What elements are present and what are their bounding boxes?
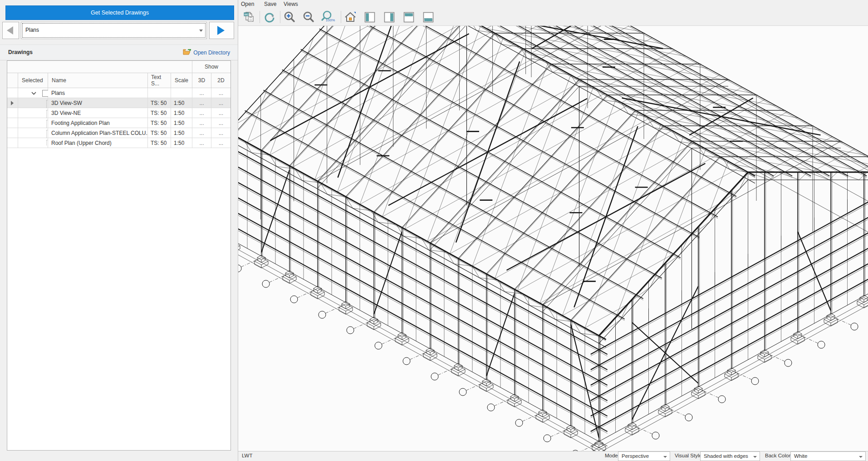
grid-bubble bbox=[347, 327, 354, 334]
dock-right-icon bbox=[382, 10, 397, 25]
back-color-label: Back Color bbox=[765, 453, 790, 458]
show-3d-cell[interactable]: ... bbox=[192, 108, 211, 118]
drawing-set-value: Plans bbox=[25, 27, 39, 33]
show-2d-cell[interactable]: ... bbox=[211, 118, 230, 128]
row-name: 3D View-SW bbox=[51, 100, 82, 106]
col-header-name[interactable]: Name bbox=[48, 73, 148, 88]
viewer-region: Open Save Views IMG bbox=[238, 0, 868, 461]
zoom-out-button[interactable] bbox=[302, 10, 316, 25]
open-folder-icon bbox=[183, 49, 191, 55]
col-header-2d[interactable]: 2D bbox=[211, 73, 230, 88]
show-2d-cell[interactable]: ... bbox=[211, 138, 230, 148]
dock-bottom-button[interactable] bbox=[421, 10, 436, 25]
toolbar-separator bbox=[280, 11, 280, 23]
col-header-text-size[interactable]: Text S... bbox=[148, 73, 171, 88]
zoom-in-button[interactable] bbox=[283, 10, 297, 25]
show-3d-cell[interactable]: ... bbox=[192, 98, 211, 108]
table-row[interactable]: 3D View-SW TS: 50 1:50 ... ... bbox=[7, 98, 230, 108]
toolbar-separator bbox=[341, 11, 341, 23]
toolbar: IMG bbox=[238, 9, 868, 26]
show-2d-cell[interactable]: ... bbox=[211, 88, 230, 98]
home-view-button[interactable] bbox=[343, 10, 358, 25]
drawings-panel: Get Selected Drawings Plans Drawings Ope… bbox=[0, 0, 238, 461]
svg-text:IMG: IMG bbox=[244, 13, 249, 16]
3d-viewport[interactable] bbox=[238, 26, 868, 451]
show-3d-cell[interactable]: ... bbox=[192, 88, 211, 98]
table-row[interactable]: Roof Plan (Upper Chord) TS: 50 1:50 ... … bbox=[7, 138, 230, 148]
dock-top-button[interactable] bbox=[402, 10, 416, 25]
visual-style-label: Visual Style bbox=[675, 453, 702, 458]
dock-left-button[interactable] bbox=[363, 10, 377, 25]
grid-bubble bbox=[515, 419, 523, 426]
table-row[interactable]: Column Application Plan-STEEL COLU... TS… bbox=[7, 128, 230, 138]
chevron-down-icon bbox=[663, 456, 667, 458]
table-row[interactable]: 3D View-NE TS: 50 1:50 ... ... bbox=[7, 108, 230, 118]
drawings-header: Drawings Open Directory bbox=[0, 45, 238, 60]
row-name: Plans bbox=[51, 90, 65, 96]
col-header-scale[interactable]: Scale bbox=[171, 73, 192, 88]
zoom-in-icon bbox=[283, 10, 297, 25]
mode-label: Mode bbox=[605, 453, 618, 458]
col-header-indicator bbox=[7, 73, 18, 88]
drawings-grid: Show Selected Name Text S... Scale 3D 2D… bbox=[7, 60, 231, 451]
mode-select[interactable]: Perspective bbox=[618, 451, 670, 461]
show-3d-cell[interactable]: ... bbox=[192, 138, 211, 148]
drawings-title: Drawings bbox=[8, 49, 33, 55]
expander-chevron-icon[interactable] bbox=[31, 92, 36, 95]
refresh-icon bbox=[262, 10, 277, 25]
save-image-button[interactable]: IMG bbox=[242, 10, 256, 25]
zoom-out-icon bbox=[302, 10, 316, 25]
group-header-blank bbox=[7, 61, 192, 73]
back-button[interactable] bbox=[2, 22, 19, 39]
grid-bubble bbox=[544, 435, 551, 442]
table-row[interactable]: Plans ... ... bbox=[7, 88, 230, 98]
row-name: 3D View-NE bbox=[51, 110, 81, 116]
svg-text:100%: 100% bbox=[326, 18, 335, 22]
menubar: Open Save Views bbox=[238, 0, 868, 9]
col-header-3d[interactable]: 3D bbox=[192, 73, 211, 88]
visual-style-select[interactable]: Shaded with edges bbox=[700, 451, 760, 461]
zoom-100-button[interactable]: 100% bbox=[321, 10, 335, 25]
grid-bubble bbox=[818, 341, 825, 348]
dock-bottom-icon bbox=[421, 10, 436, 25]
steel-structure-wireframe bbox=[238, 26, 868, 451]
show-3d-cell[interactable]: ... bbox=[192, 128, 211, 138]
col-header-selected[interactable]: Selected bbox=[18, 73, 48, 88]
go-button[interactable] bbox=[209, 22, 234, 39]
chevron-down-icon bbox=[859, 456, 863, 458]
grid-bubble bbox=[403, 357, 410, 365]
get-selected-drawings-button[interactable]: Get Selected Drawings bbox=[5, 5, 234, 20]
play-icon bbox=[217, 26, 225, 35]
menu-open[interactable]: Open bbox=[241, 1, 254, 7]
grid-bubble bbox=[785, 359, 792, 367]
grid-bubble bbox=[290, 296, 298, 303]
dock-top-icon bbox=[402, 10, 416, 25]
lwt-label[interactable]: LWT bbox=[242, 453, 252, 458]
chevron-down-icon bbox=[753, 456, 757, 458]
save-image-icon: IMG bbox=[242, 10, 256, 25]
grid-bubble bbox=[375, 342, 382, 349]
refresh-button[interactable] bbox=[262, 10, 277, 25]
dock-left-icon bbox=[363, 10, 377, 25]
application-window: Get Selected Drawings Plans Drawings Ope… bbox=[0, 0, 868, 461]
back-color-select[interactable]: White bbox=[790, 451, 866, 461]
show-3d-cell[interactable]: ... bbox=[192, 118, 211, 128]
drawing-set-combobox[interactable]: Plans bbox=[21, 22, 207, 39]
table-row[interactable]: Footing Application Plan TS: 50 1:50 ...… bbox=[7, 118, 230, 128]
row-indicator-icon bbox=[11, 101, 14, 105]
show-2d-cell[interactable]: ... bbox=[211, 108, 230, 118]
show-2d-cell[interactable]: ... bbox=[211, 98, 230, 108]
grid-bubble bbox=[652, 432, 659, 439]
menu-views[interactable]: Views bbox=[284, 1, 298, 7]
dock-right-button[interactable] bbox=[382, 10, 397, 25]
toolbar-separator bbox=[260, 11, 260, 23]
row-name: Roof Plan (Upper Chord) bbox=[51, 140, 112, 146]
home-icon bbox=[343, 10, 358, 25]
row-name: Footing Application Plan bbox=[51, 120, 110, 126]
grid-bubble bbox=[685, 414, 692, 421]
grid-bubble bbox=[431, 373, 438, 380]
show-2d-cell[interactable]: ... bbox=[211, 128, 230, 138]
menu-save[interactable]: Save bbox=[264, 1, 276, 7]
chevron-down-icon[interactable] bbox=[199, 30, 203, 32]
open-directory-link[interactable]: Open Directory bbox=[183, 49, 230, 56]
